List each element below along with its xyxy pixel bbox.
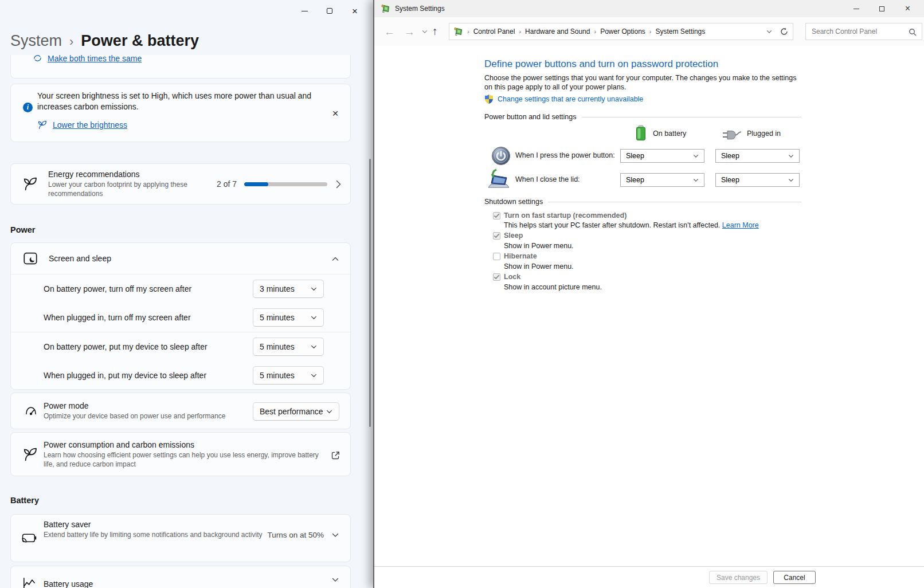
address-dropdown-chevron-icon[interactable] [766,30,772,34]
make-both-times-link-row[interactable]: Make both times the same [33,55,142,63]
scrollbar-thumb[interactable] [369,159,371,427]
breadcrumb-hardware-and-sound[interactable]: Hardware and Sound [525,28,590,36]
power-button-plugged-in-combo[interactable]: Sleep [715,149,800,163]
shutdown-group-header: Shutdown settings [484,198,801,206]
fast-startup-checkbox[interactable] [493,212,500,219]
search-input[interactable] [806,23,903,40]
up-button[interactable]: ↑ [432,26,438,37]
clipped-card-wrap: Make both times the same [10,55,351,79]
leaf-icon [22,446,38,462]
page-title: Power & battery [81,32,199,50]
maximize-button[interactable] [869,0,895,17]
settings-caption-buttons: × [292,2,367,19]
screen-and-sleep-card: Screen and sleep On battery power, turn … [10,242,351,390]
screen-and-sleep-header[interactable]: Screen and sleep [11,243,350,275]
minimize-button[interactable] [292,2,317,19]
breadcrumb-control-panel[interactable]: Control Panel [473,28,515,36]
maximize-icon [879,6,884,11]
maximize-button[interactable] [317,2,342,19]
energy-progress-bar [244,182,327,186]
make-both-times-link[interactable]: Make both times the same [48,55,142,63]
fast-startup-label: Turn on fast startup (recommended) [504,211,627,219]
check-icon [494,233,500,239]
breadcrumb-separator: › [519,28,521,35]
chevron-down-icon [326,410,332,414]
back-button[interactable]: ← [384,26,395,37]
dismiss-banner-button[interactable]: × [328,106,343,121]
close-lid-icon [487,168,510,189]
screen-sleep-icon [22,250,38,266]
power-options-app-icon [381,4,390,13]
close-icon: × [905,4,910,13]
cancel-button[interactable]: Cancel [773,571,816,584]
refresh-icon[interactable] [780,28,788,36]
chevron-up-icon[interactable] [332,257,339,261]
minimize-button[interactable] [843,0,869,17]
lock-description: Show in account picture menu. [504,283,602,291]
save-changes-button[interactable]: Save changes [709,571,768,584]
address-bar[interactable]: › Control Panel › Hardware and Sound › P… [449,23,793,40]
close-button[interactable]: × [895,0,921,17]
line-chart-icon [22,576,37,588]
lock-checkbox[interactable] [493,273,500,281]
energy-progress-fill [244,182,268,186]
chevron-down-icon[interactable] [332,533,339,538]
power-mode-subtitle: Optimize your device based on power use … [44,412,244,421]
breadcrumb-system[interactable]: System [10,32,62,50]
page-intro: Choose the power settings that you want … [484,73,801,92]
sleep-plugged-dropdown[interactable]: 5 minutes [253,366,324,385]
window-title: System Settings [395,0,445,17]
lower-brightness-link[interactable]: Lower the brightness [53,120,127,130]
sleep-checkbox[interactable] [493,232,500,240]
battery-saver-subtitle: Extend battery life by limiting some not… [44,531,273,540]
screen-off-battery-dropdown[interactable]: 3 minutes [253,280,324,298]
recent-pages-chevron-icon[interactable] [422,30,428,34]
settings-window: × System › Power & battery Make both tim… [0,0,373,588]
forward-button[interactable]: → [404,26,415,37]
maximize-icon [327,8,332,14]
screen-off-plugged-dropdown[interactable]: 5 minutes [253,308,324,327]
breadcrumb-system-settings[interactable]: System Settings [656,28,706,36]
energy-recommendations-card[interactable]: Energy recommendations Lower your carbon… [10,163,351,205]
power-button-on-battery-combo[interactable]: Sleep [620,149,704,163]
power-consumption-card[interactable]: Power consumption and carbon emissions L… [10,432,351,476]
breadcrumb-power-options[interactable]: Power Options [600,28,645,36]
control-panel-titlebar: System Settings × [374,0,924,17]
power-button-row-label: When I press the power button: [515,151,615,159]
battery-usage-card[interactable]: Battery usage [10,566,351,588]
chevron-down-icon[interactable] [332,578,339,582]
close-button[interactable]: × [342,2,367,19]
sync-icon [33,55,42,63]
battery-saver-status: Turns on at 50% [267,531,324,539]
hibernate-checkbox[interactable] [493,253,500,260]
battery-saver-card[interactable]: Battery saver Extend battery life by lim… [10,514,351,562]
speedometer-icon [24,404,38,419]
battery-icon [635,125,647,141]
control-panel-content: Define power buttons and turn on passwor… [374,46,924,588]
group-label: Shutdown settings [484,198,543,206]
navigation-bar: ← → ↑ › Control Panel › Hardware and Sou… [374,17,924,46]
setting-label: When plugged in, turn off my screen afte… [44,313,191,322]
learn-more-link[interactable]: Learn More [722,221,759,229]
change-settings-link[interactable]: Change settings that are currently unava… [498,95,643,103]
search-icon[interactable] [909,28,917,36]
close-lid-on-battery-combo[interactable]: Sleep [620,173,704,187]
chevron-down-icon [311,287,317,291]
chevron-down-icon [311,316,317,320]
group-label: Power button and lid settings [484,113,577,121]
sleep-battery-dropdown[interactable]: 5 minutes [253,338,324,356]
battery-section-header: Battery [10,496,351,505]
minimize-icon [853,9,859,9]
page-heading: Define power buttons and turn on passwor… [484,58,718,70]
breadcrumb-separator: › [649,28,652,35]
close-lid-plugged-in-combo[interactable]: Sleep [715,173,800,187]
power-mode-dropdown[interactable]: Best performance [253,402,339,421]
setting-label: When plugged in, put my device to sleep … [44,371,206,380]
clipped-card: Make both times the same [10,55,351,79]
search-box [805,23,922,40]
fast-startup-description: This helps start your PC faster after sh… [504,221,759,229]
power-mode-card: Power mode Optimize your device based on… [10,393,351,429]
breadcrumb-separator: › [467,28,469,35]
battery-usage-title: Battery usage [44,579,93,588]
hibernate-description: Show in Power menu. [504,262,574,271]
